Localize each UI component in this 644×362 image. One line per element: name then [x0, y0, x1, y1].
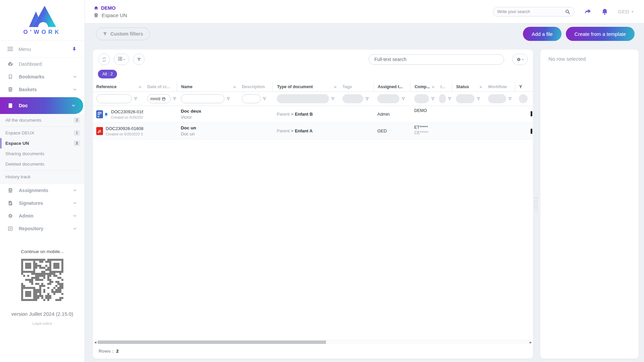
calendar-icon[interactable] [162, 97, 166, 101]
all-count-badge[interactable]: All : 2 [98, 70, 117, 78]
global-search-input[interactable] [497, 9, 565, 14]
filter-name-input[interactable] [181, 94, 224, 103]
chevron-down-icon [71, 103, 76, 108]
chevron-down-icon: ▾ [632, 10, 633, 13]
sidebar-item-admin[interactable]: Admin [0, 209, 85, 222]
column-header-date[interactable]: Date of cr... [143, 82, 177, 92]
column-header-workflow[interactable]: Workflow [484, 82, 515, 92]
table-settings-button[interactable]: ▾ [512, 54, 528, 65]
sidebar-item-bookmarks[interactable]: Bookmarks [0, 70, 85, 83]
company: DEMO [414, 108, 427, 113]
search-icon[interactable] [565, 9, 570, 14]
sidebar-item-deleted-documents[interactable]: Deleted documents [0, 159, 85, 169]
column-header-name[interactable]: Name▶ [177, 82, 238, 92]
fulltext-search-input[interactable] [369, 54, 504, 65]
filter-date-input[interactable]: mm/d [147, 94, 171, 103]
sidebar-item-label: Repository [19, 226, 43, 231]
menu-label: Menu [18, 46, 31, 52]
column-header-i[interactable]: I... [436, 82, 452, 92]
breadcrumb-home[interactable]: DEMO [94, 5, 127, 11]
funnel-icon[interactable] [331, 97, 335, 101]
subitem-label: Espace DEUX [5, 130, 34, 135]
column-label: Type of document [277, 84, 313, 89]
column-header-assigned[interactable]: Assigned t... [373, 82, 410, 92]
sidebar-item-assignments[interactable]: Assignments [0, 184, 85, 197]
funnel-icon[interactable] [476, 97, 481, 101]
funnel-icon[interactable] [172, 97, 177, 101]
column-label: Y [519, 84, 522, 89]
sidebar-item-baskets[interactable]: Baskets [0, 83, 85, 96]
horizontal-scrollbar[interactable]: ◀ ▶ [93, 340, 533, 344]
chevron-right-icon: ▶ [139, 85, 142, 88]
filter-reference-input[interactable] [96, 94, 132, 103]
home-icon [94, 5, 99, 10]
chevron-down-icon: ▾ [522, 58, 524, 61]
funnel-icon[interactable] [401, 97, 406, 101]
sidebar-item-history-track[interactable]: History track [0, 172, 85, 182]
add-a-file-button[interactable]: Add a file [523, 27, 561, 41]
pin-icon[interactable] [71, 46, 77, 52]
main-area: DEMO Espace UN GED ▾ Custom filters [85, 0, 644, 362]
column-header-status[interactable]: Status▶ [452, 82, 484, 92]
funnel-icon[interactable] [431, 97, 435, 101]
sidebar: O'WORK Menu Dashboard Bookmarks Baskets … [0, 0, 85, 362]
filter-workflow-disabled [488, 94, 506, 103]
sidebar-item-dashboard[interactable]: Dashboard [0, 58, 85, 70]
column-header-tags[interactable]: Tags [338, 82, 373, 92]
rows-count: 2 [116, 349, 119, 354]
type-separator: > [291, 112, 293, 117]
sidebar-item-signatures[interactable]: Signatures [0, 197, 85, 209]
filter-button[interactable] [133, 54, 145, 65]
filter-type-disabled [277, 94, 329, 103]
created-date: Created on 9/26/2023 3:08:43 AM [106, 132, 143, 136]
column-header-y[interactable]: Y [515, 82, 533, 92]
panel-resize-handle[interactable] [534, 196, 538, 212]
pdf-file-icon [96, 127, 103, 135]
sidebar-item-sharing-documents[interactable]: Sharing documents [0, 148, 85, 159]
sidebar-item-label: Baskets [19, 87, 37, 92]
funnel-icon[interactable] [226, 97, 230, 101]
table-row[interactable]: DOC230926-01609-0 Created on 9/26/2023 3… [93, 106, 533, 123]
column-header-description[interactable]: Description [238, 82, 273, 92]
subitem-label: Sharing documents [5, 151, 44, 156]
table-toolbar: ▾ ▾ [93, 50, 533, 67]
book-icon [94, 13, 99, 18]
column-header-comp[interactable]: Comp...▶ [410, 82, 436, 92]
sidebar-item-label: Bookmarks [19, 74, 44, 79]
scrollbar-thumb[interactable] [98, 341, 326, 344]
funnel-icon[interactable] [365, 97, 369, 101]
sidebar-item-label: Admin [19, 213, 34, 219]
user-menu[interactable]: GED ▾ [618, 9, 635, 15]
scroll-left-arrow[interactable]: ◀ [93, 340, 97, 345]
custom-filters-button[interactable]: Custom filters [96, 27, 150, 40]
funnel-icon[interactable] [133, 97, 138, 101]
sidebar-item-repository[interactable]: Repository [0, 222, 85, 235]
sidebar-item-doc-active[interactable]: Doc [0, 97, 83, 114]
sidebar-item-espace-deux[interactable]: Espace DEUX 1 [0, 128, 85, 138]
filter-i-disabled [439, 94, 446, 103]
sidebar-item-label: Signatures [19, 200, 43, 206]
filter-description-input[interactable] [242, 94, 261, 103]
column-label: Tags [342, 84, 352, 89]
breadcrumb-space: Espace UN [94, 12, 127, 18]
funnel-icon[interactable] [508, 97, 512, 101]
filter-y-disabled [519, 94, 528, 103]
legal-notice-link[interactable]: Legal notice [0, 321, 85, 325]
sidebar-item-espace-un[interactable]: Espace UN 2 [0, 138, 85, 148]
document-name: Doc un [181, 125, 196, 130]
funnel-icon[interactable] [262, 97, 267, 101]
no-row-selected-text: No row selected [548, 56, 631, 62]
refresh-button[interactable] [98, 54, 110, 65]
sidebar-menu-toggle[interactable]: Menu [0, 40, 85, 58]
scroll-right-arrow[interactable]: ▶ [529, 340, 533, 345]
funnel-icon[interactable] [447, 97, 452, 101]
share-icon[interactable] [584, 8, 592, 15]
create-from-template-button[interactable]: Create from a template [566, 27, 635, 41]
column-header-reference[interactable]: Reference▶ [93, 82, 143, 92]
columns-button[interactable]: ▾ [114, 54, 129, 65]
column-header-type[interactable]: Type of document▶ [273, 82, 338, 92]
table-row[interactable]: DOC230926-01608-0 Created on 9/26/2023 3… [93, 123, 533, 139]
sidebar-item-all-documents[interactable]: All the documents 3 [0, 115, 85, 125]
bell-icon[interactable] [601, 8, 608, 15]
subitem-label: History track [5, 174, 31, 179]
